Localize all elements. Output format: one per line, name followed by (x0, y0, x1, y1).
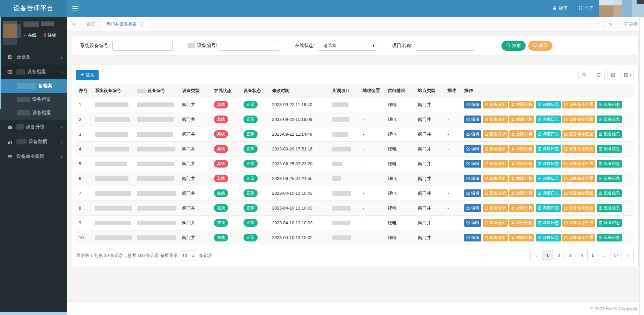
dispatch-log-button[interactable]: 调度日志 (536, 204, 561, 212)
device-analysis-button[interactable]: 设备分析 (483, 175, 508, 182)
device-analysis-button[interactable]: 设备分析 (483, 219, 508, 227)
dispatch-log-button[interactable]: 调度日志 (536, 145, 561, 153)
device-command-config-button[interactable]: 设备命令配置 (562, 145, 595, 153)
fault-analysis-button[interactable]: 故障分析 (509, 175, 534, 182)
page-scrollbar[interactable] (639, 17, 644, 315)
logout-button[interactable]: 注销 (42, 32, 56, 38)
edit-button[interactable]: 编辑 (464, 130, 481, 138)
device-info-button[interactable]: 设备信息 (597, 175, 622, 182)
pager-page-2[interactable]: 2 (553, 250, 565, 261)
fault-analysis-button[interactable]: 故障分析 (509, 116, 534, 123)
device-command-config-button[interactable]: 设备命令配置 (562, 234, 595, 241)
pager-prev-button[interactable]: ‹ (531, 250, 542, 261)
fault-analysis-button[interactable]: 故障分析 (509, 234, 534, 241)
edit-button[interactable]: 编辑 (464, 116, 481, 123)
device-analysis-button[interactable]: 设备分析 (483, 116, 508, 123)
device-analysis-button[interactable]: 设备分析 (483, 234, 508, 241)
device-command-config-button[interactable]: 设备命令配置 (562, 204, 595, 212)
fault-analysis-button[interactable]: 故障分析 (509, 160, 534, 168)
table-columns-button[interactable]: ▾ (622, 70, 634, 80)
device-command-config-button[interactable]: 设备命令配置 (562, 160, 595, 168)
tabs-scroll-left-button[interactable]: « (67, 17, 81, 32)
system-device-code-input[interactable] (112, 41, 173, 51)
pager-next-button[interactable]: › (622, 250, 633, 261)
edit-button[interactable]: 编辑 (464, 234, 481, 241)
edit-button[interactable]: 编辑 (464, 204, 481, 212)
search-button[interactable]: 搜索 (501, 41, 526, 51)
lock-screen-button[interactable]: 锁屏 (547, 0, 573, 17)
sidebar-item-device-command-trace[interactable]: 设备命令跟踪‹ (0, 149, 67, 164)
dispatch-log-button[interactable]: 调度日志 (536, 116, 561, 123)
sidebar-vertical-scrollbar[interactable] (0, 17, 1, 109)
device-analysis-button[interactable]: 设备分析 (483, 130, 508, 138)
device-info-button[interactable]: 设备信息 (597, 204, 622, 212)
edit-button[interactable]: 编辑 (464, 101, 481, 108)
dispatch-log-button[interactable]: 调度日志 (536, 234, 561, 241)
add-button[interactable]: 添加 (76, 70, 99, 80)
device-command-config-button[interactable]: 设备命令配置 (562, 219, 595, 227)
device-info-button[interactable]: 设备信息 (597, 189, 622, 197)
project-name-input[interactable] (415, 41, 475, 51)
device-info-button[interactable]: 设备信息 (597, 160, 622, 168)
edit-button[interactable]: 编辑 (464, 175, 481, 182)
dispatch-log-button[interactable]: 调度日志 (536, 160, 561, 168)
device-analysis-button[interactable]: 设备分析 (483, 204, 508, 212)
fault-analysis-button[interactable]: 故障分析 (509, 204, 534, 212)
dispatch-log-button[interactable]: 调度日志 (536, 219, 561, 227)
fault-analysis-button[interactable]: 故障分析 (509, 130, 534, 138)
device-command-config-button[interactable]: 设备命令配置 (562, 130, 595, 138)
edit-button[interactable]: 编辑 (464, 189, 481, 197)
pager-page-3[interactable]: 3 (565, 250, 576, 261)
fullscreen-button[interactable]: 全屏 (573, 0, 599, 17)
device-analysis-button[interactable]: 设备分析 (483, 145, 508, 153)
dispatch-log-button[interactable]: 调度日志 (536, 130, 561, 138)
pager-page-4[interactable]: 4 (576, 250, 588, 261)
reset-button[interactable]: 重置 (528, 41, 552, 51)
dispatch-log-button[interactable]: 调度日志 (536, 189, 561, 197)
pager-page-1[interactable]: 1 (542, 250, 553, 261)
device-analysis-button[interactable]: 设备分析 (483, 101, 508, 108)
device-info-button[interactable]: 设备信息 (597, 101, 622, 108)
tab-close-icon[interactable]: × (140, 22, 144, 27)
online-status-select[interactable]: --请选择--▾ (318, 41, 377, 51)
pager-page-5[interactable]: 5 (588, 250, 599, 261)
device-info-button[interactable]: 设备信息 (597, 145, 622, 153)
tab-active[interactable]: 阀门井设备档案× (101, 17, 150, 32)
table-view-toggle-button[interactable] (607, 70, 619, 80)
device-info-button[interactable]: 设备信息 (597, 130, 622, 138)
page-size-select[interactable]: 10 ▲ (180, 251, 197, 261)
edit-button[interactable]: 编辑 (464, 145, 481, 153)
table-refresh-button[interactable] (593, 70, 605, 80)
fault-analysis-button[interactable]: 故障分析 (509, 189, 534, 197)
table-search-toggle-button[interactable] (578, 70, 590, 80)
fault-analysis-button[interactable]: 故障分析 (509, 219, 534, 227)
fault-analysis-button[interactable]: 故障分析 (509, 145, 534, 153)
device-code-input[interactable] (220, 41, 280, 51)
sidebar-subitem[interactable]: 设备档案 (0, 106, 67, 120)
sidebar-subitem[interactable]: 设备档案 (0, 93, 67, 106)
device-command-config-button[interactable]: 设备命令配置 (562, 175, 595, 182)
edit-button[interactable]: 编辑 (464, 160, 481, 168)
user-avatar-redacted[interactable] (599, 0, 644, 17)
sidebar-item-device-archive[interactable]: 设备档案‹ (0, 64, 67, 79)
device-command-config-button[interactable]: 设备命令配置 (562, 116, 595, 123)
device-command-config-button[interactable]: 设备命令配置 (562, 189, 595, 197)
sidebar-subitem-active[interactable]: 备档案 (0, 79, 67, 93)
dispatch-log-button[interactable]: 调度日志 (536, 101, 561, 108)
device-info-button[interactable]: 设备信息 (597, 116, 622, 123)
device-info-button[interactable]: 设备信息 (597, 234, 622, 241)
sidebar-item-device-data[interactable]: 设备数据‹ (0, 134, 67, 149)
hamburger-menu-button[interactable] (67, 0, 83, 17)
device-analysis-button[interactable]: 设备分析 (483, 189, 508, 197)
sidebar-item-device-upgrade[interactable]: 设备升级‹ (0, 120, 67, 134)
device-info-button[interactable]: 设备信息 (597, 219, 622, 227)
tab-home[interactable]: 首页 (81, 17, 101, 32)
tabs-scroll-right-button[interactable]: » (603, 17, 617, 32)
sidebar-horizontal-scrollbar[interactable] (0, 312, 67, 315)
device-command-config-button[interactable]: 设备命令配置 (562, 101, 595, 108)
sidebar-item-cloud-device[interactable]: 云设备‹ (0, 50, 67, 64)
fault-analysis-button[interactable]: 故障分析 (509, 101, 534, 108)
edit-button[interactable]: 编辑 (464, 219, 481, 227)
device-analysis-button[interactable]: 设备分析 (483, 160, 508, 168)
pager-page-17[interactable]: 17 (610, 250, 622, 261)
